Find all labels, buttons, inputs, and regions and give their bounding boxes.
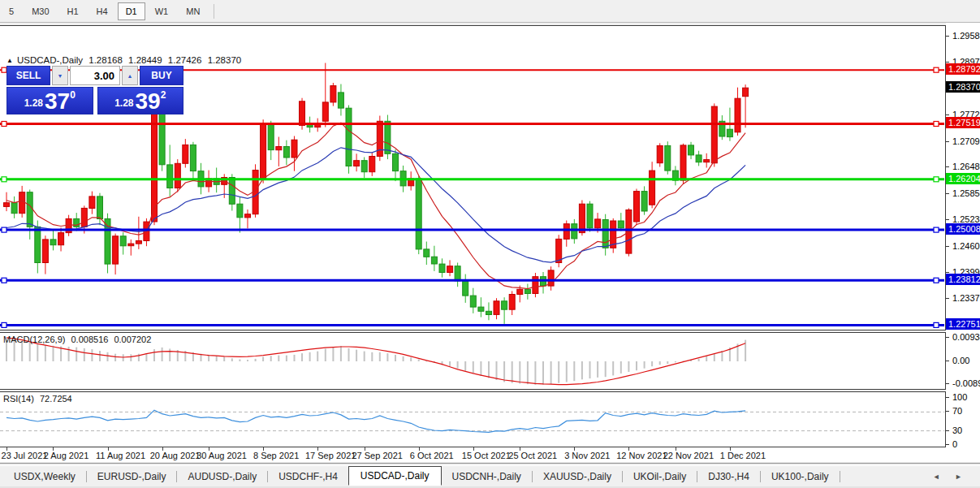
macd-main-value: 0.008516 bbox=[71, 335, 108, 344]
terminal-window: 5M30H1H4D1W1MN ▲USDCAD-,Daily 1.28168 1.… bbox=[0, 0, 980, 488]
date-label: 8 Sep 2021 bbox=[253, 451, 299, 460]
macd-signal-value: 0.007202 bbox=[114, 335, 151, 344]
chart-tab-eurusd-daily[interactable]: EURUSD-,Daily bbox=[87, 468, 177, 486]
axis-tick-mark bbox=[946, 444, 949, 445]
rsi-indicator-panel[interactable]: RSI(14) 72.7254 bbox=[0, 391, 946, 447]
chart-tab-usdx-weekly[interactable]: USDX,Weekly bbox=[3, 468, 86, 486]
date-label: 1 Dec 2021 bbox=[720, 451, 766, 460]
axis-tick-mark bbox=[946, 246, 949, 247]
axis-tick-mark bbox=[946, 430, 949, 431]
date-label: 25 Oct 2021 bbox=[508, 451, 557, 460]
date-label: 23 Jul 2021 bbox=[2, 451, 48, 460]
macd-indicator-panel[interactable]: MACD(12,26,9) 0.008516 0.007202 bbox=[0, 332, 946, 390]
hline-handle[interactable] bbox=[934, 278, 939, 283]
price-tick-1.23375: 1.23375 bbox=[952, 293, 980, 303]
rsi-tick-30: 30 bbox=[952, 425, 962, 435]
axis-tick-mark bbox=[946, 397, 949, 398]
macd-signal-line bbox=[6, 338, 745, 385]
axis-tick-mark bbox=[946, 411, 949, 412]
hline-handle[interactable] bbox=[2, 177, 6, 182]
hline-handle[interactable] bbox=[2, 227, 6, 232]
date-label: 11 Aug 2021 bbox=[96, 451, 145, 460]
date-axis[interactable]: 23 Jul 20212 Aug 202111 Aug 202120 Aug 2… bbox=[0, 447, 946, 462]
axis-tick-mark bbox=[946, 298, 949, 299]
axis-tick-mark bbox=[946, 337, 949, 338]
buy-price-sup: 2 bbox=[161, 89, 166, 101]
volume-input[interactable]: 3.00 bbox=[70, 66, 120, 85]
timeframe-button-mn[interactable]: MN bbox=[178, 2, 208, 20]
timeframe-button-w1[interactable]: W1 bbox=[147, 2, 177, 20]
chart-tab-ukoil-daily[interactable]: UKOil-,Daily bbox=[623, 468, 697, 486]
sell-price-big: 37 bbox=[45, 91, 70, 112]
price-tick-1.27095: 1.27095 bbox=[952, 136, 980, 146]
main-chart-panel[interactable]: ▲USDCAD-,Daily 1.28168 1.28449 1.27426 1… bbox=[0, 25, 946, 330]
hline-handle[interactable] bbox=[934, 322, 939, 327]
chart-tab-usdcnh-daily[interactable]: USDCNH-,Daily bbox=[442, 468, 532, 486]
tab-scroll-arrows[interactable]: ◄ ► bbox=[933, 473, 969, 481]
sell-button[interactable]: SELL bbox=[6, 66, 50, 85]
date-label: 20 Aug 2021 bbox=[150, 451, 201, 460]
date-label: 6 Oct 2021 bbox=[410, 451, 454, 460]
date-label: 2 Aug 2021 bbox=[44, 451, 89, 460]
chart-title: ▲USDCAD-,Daily 1.28168 1.28449 1.27426 1… bbox=[6, 55, 244, 65]
sell-price-box[interactable]: 1.28370 bbox=[6, 87, 93, 114]
chart-tab-xauusd-daily[interactable]: XAUUSD-,Daily bbox=[533, 468, 622, 486]
timeframe-button-5[interactable]: 5 bbox=[1, 2, 22, 20]
axis-tick-mark bbox=[946, 272, 949, 273]
chart-close-value: 1.28370 bbox=[208, 55, 242, 65]
date-label: 22 Nov 2021 bbox=[663, 451, 714, 460]
buy-price-box[interactable]: 1.28392 bbox=[97, 87, 184, 114]
rsi-tick-0: 0 bbox=[952, 439, 957, 449]
volume-decrease-button[interactable]: ▼ bbox=[52, 66, 68, 85]
rsi-line bbox=[6, 410, 745, 432]
volume-increase-button[interactable]: ▲ bbox=[122, 66, 138, 85]
axis-tick-mark bbox=[946, 166, 949, 167]
hline-handle[interactable] bbox=[934, 122, 939, 127]
hline-handle[interactable] bbox=[934, 67, 939, 72]
toolbar-separator bbox=[214, 4, 214, 19]
chart-high-value: 1.28449 bbox=[128, 55, 162, 65]
axis-tick-mark bbox=[946, 62, 949, 63]
hline-handle[interactable] bbox=[2, 322, 6, 327]
date-label: 17 Sep 2021 bbox=[305, 451, 356, 460]
buy-button[interactable]: BUY bbox=[140, 66, 183, 85]
price-tick-1.29585: 1.29585 bbox=[952, 31, 980, 41]
hline-price-label-1.28792: 1.28792 bbox=[946, 63, 980, 75]
chart-tab-audusd-daily[interactable]: AUDUSD-,Daily bbox=[177, 468, 267, 486]
hline-price-label-1.26204: 1.26204 bbox=[946, 173, 980, 184]
date-label: 12 Nov 2021 bbox=[616, 451, 667, 460]
axis-tick-mark bbox=[946, 36, 949, 37]
collapse-triangle-icon[interactable]: ▲ bbox=[6, 57, 13, 64]
hline-handle[interactable] bbox=[2, 278, 6, 283]
one-click-trade-panel: SELL ▼ 3.00 ▲ BUY 1.28370 1.28392 bbox=[6, 66, 183, 114]
date-label: 3 Nov 2021 bbox=[564, 451, 610, 460]
chart-tab-dj30-h4[interactable]: DJ30-,H4 bbox=[697, 468, 760, 486]
chart-symbol-label: USDCAD-,Daily bbox=[17, 55, 83, 65]
date-label: 27 Sep 2021 bbox=[352, 451, 402, 460]
hline-handle[interactable] bbox=[934, 177, 939, 182]
timeframe-button-m30[interactable]: M30 bbox=[24, 2, 57, 20]
rsi-label: RSI(14) 72.7254 bbox=[3, 394, 76, 404]
rsi-value: 72.7254 bbox=[40, 394, 72, 404]
price-tick-1.26480: 1.26480 bbox=[952, 162, 980, 171]
timeframe-button-h4[interactable]: H4 bbox=[89, 2, 116, 20]
chart-tab-usdcad-daily[interactable]: USDCAD-,Daily bbox=[348, 466, 442, 486]
timeframe-button-d1[interactable]: D1 bbox=[118, 2, 145, 20]
date-label: 15 Oct 2021 bbox=[462, 451, 511, 460]
price-axis[interactable]: 1.295851.289701.277251.270951.264801.258… bbox=[946, 23, 980, 462]
timeframe-button-h1[interactable]: H1 bbox=[59, 2, 87, 20]
chart-tab-usdchf-h4[interactable]: USDCHF-,H4 bbox=[268, 468, 348, 486]
axis-tick-mark bbox=[946, 361, 949, 361]
rsi-chart-canvas[interactable] bbox=[0, 392, 944, 447]
chart-tab-bar: USDX,WeeklyEURUSD-,DailyAUDUSD-,DailyUSD… bbox=[0, 466, 980, 486]
chart-tab-uk100-daily[interactable]: UK100-,Daily bbox=[761, 468, 840, 486]
chart-open-value: 1.28168 bbox=[89, 55, 123, 65]
current-price-label: 1.28370 bbox=[946, 81, 980, 93]
buy-price-big: 39 bbox=[136, 91, 161, 112]
hline-handle[interactable] bbox=[934, 227, 939, 232]
hline-price-label-1.23812: 1.23812 bbox=[946, 274, 980, 285]
axis-tick-mark bbox=[946, 141, 949, 142]
hline-handle[interactable] bbox=[2, 122, 6, 127]
rsi-tick-100: 100 bbox=[952, 392, 967, 402]
rsi-tick-70: 70 bbox=[952, 406, 962, 416]
